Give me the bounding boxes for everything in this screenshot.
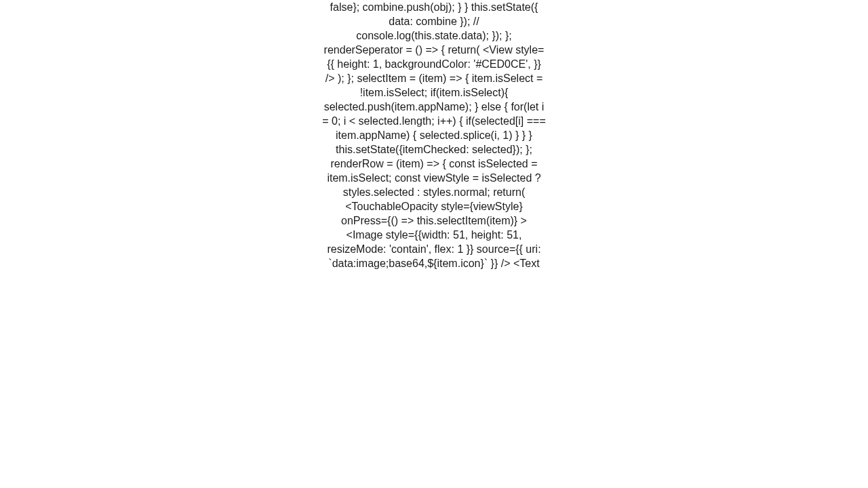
code-snippet: false}; combine.push(obj); } } this.setS… <box>322 0 546 270</box>
